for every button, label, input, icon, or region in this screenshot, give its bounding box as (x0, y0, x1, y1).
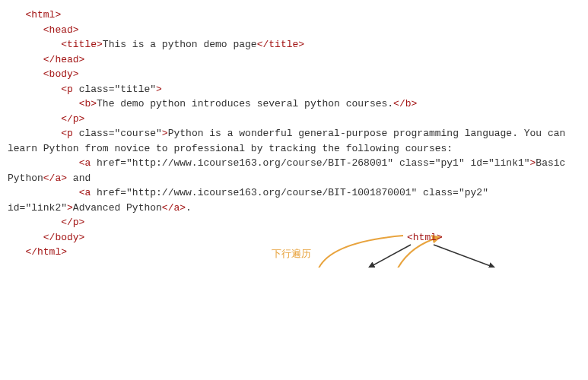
tag: </body> (43, 232, 85, 243)
tag: <p (61, 84, 73, 95)
tag: <a (79, 157, 91, 169)
attr: href="http://www.icourse163.org/course/B… (97, 157, 530, 169)
tag: </a> (43, 173, 67, 184)
tree-node-html: <html> (407, 232, 443, 243)
tag: <title> (61, 39, 103, 50)
tag: </title> (257, 39, 304, 50)
tag: <body> (43, 68, 79, 80)
attr: class="title" (79, 84, 156, 95)
tree-diagram: <html> <head> <body> <title> <p> <p> <b>… (270, 228, 582, 268)
tag: </head> (43, 54, 85, 65)
tag: > (162, 128, 168, 139)
tag: > (156, 84, 162, 95)
label-down-traversal: 下行遍历 (272, 247, 311, 261)
tag: </b> (393, 98, 417, 109)
a2-text: Advanced Python (73, 202, 162, 214)
tag: <a (79, 187, 91, 198)
tag: <b> (79, 98, 97, 109)
tag: </p> (61, 217, 84, 228)
and-text: and (67, 173, 91, 184)
period: . (186, 202, 192, 214)
svg-line-1 (434, 245, 494, 268)
html-code-block: <html> <head> <title>This is a python de… (8, 8, 580, 260)
tag: </html> (25, 246, 67, 258)
attr: class="course" (79, 128, 162, 139)
tag: <p (61, 128, 73, 139)
b-text: The demo python introduces several pytho… (97, 98, 393, 109)
tag: <head> (43, 24, 79, 36)
tag: </p> (61, 113, 84, 125)
tag: </a> (162, 202, 186, 214)
tag: <html> (25, 9, 61, 21)
tag: > (67, 202, 73, 214)
svg-line-0 (369, 245, 411, 268)
title-text: This is a python demo page (103, 39, 257, 50)
